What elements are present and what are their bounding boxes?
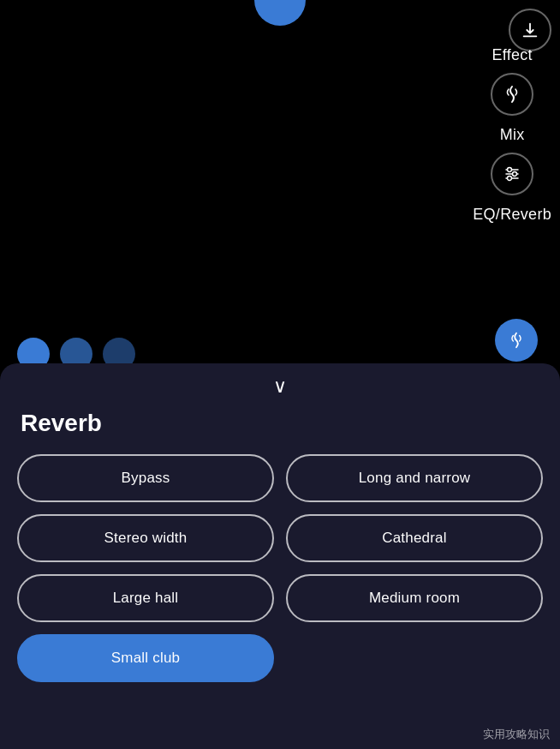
preset-btn-small-club[interactable]: Small club <box>17 634 274 682</box>
watermark: 实用攻略知识 <box>483 727 550 742</box>
mix-icon-btn[interactable] <box>491 153 533 195</box>
svg-point-5 <box>508 177 512 181</box>
preset-btn-cathedral[interactable]: Cathedral <box>286 514 543 562</box>
preset-btn-large-hall[interactable]: Large hall <box>17 574 274 622</box>
svg-point-4 <box>513 172 517 177</box>
right-controls: Effect Mix EQ/Reverb <box>473 43 551 225</box>
preset-btn-medium-room[interactable]: Medium room <box>286 574 543 622</box>
chevron-down-icon[interactable]: ∨ <box>273 375 287 398</box>
bottom-panel: ∨ Reverb BypassLong and narrowStereo wid… <box>0 363 560 749</box>
svg-point-3 <box>508 168 512 172</box>
preset-btn-long-and-narrow[interactable]: Long and narrow <box>286 454 543 502</box>
preset-btn-stereo-width[interactable]: Stereo width <box>17 514 274 562</box>
top-section: Effect Mix EQ/Reverb <box>0 0 560 386</box>
top-avatar <box>254 0 306 26</box>
eq-reverb-label: EQ/Reverb <box>473 206 551 224</box>
mix-label: Mix <box>500 126 525 144</box>
eq-active-btn[interactable] <box>495 319 538 362</box>
chevron-container: ∨ <box>0 363 560 401</box>
presets-grid: BypassLong and narrowStereo widthCathedr… <box>0 454 560 682</box>
preset-btn-bypass[interactable]: Bypass <box>17 454 274 502</box>
effect-icon-btn[interactable] <box>491 73 533 116</box>
reverb-title: Reverb <box>0 401 560 454</box>
download-icon-btn[interactable] <box>509 9 551 51</box>
empty-cell <box>286 634 543 682</box>
